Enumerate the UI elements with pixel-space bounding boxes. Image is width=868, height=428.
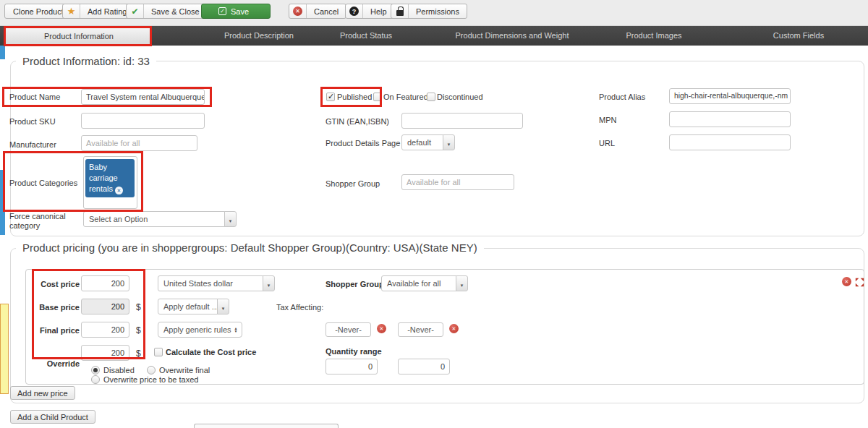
cancel-button[interactable]: Cancel: [289, 4, 346, 19]
product-pricing-legend: Product pricing (you are in shoppergroup…: [16, 241, 484, 254]
base-price-label: Base price: [33, 303, 80, 312]
quantity-max-input[interactable]: 0: [398, 359, 450, 374]
toolbar: Clone Product Add Rating Save & Close Sa…: [0, 0, 868, 26]
remove-tax-rule-1-icon[interactable]: [377, 324, 386, 333]
tax-rule-2-select[interactable]: -Never-: [398, 322, 443, 337]
save-icon: [218, 7, 226, 15]
product-name-input[interactable]: Travel System rental Albuquerque, N: [81, 89, 205, 105]
tab-product-information-label: Product Information: [44, 32, 114, 40]
check-icon: [127, 4, 144, 18]
canonical-category-select[interactable]: Select an Option: [83, 211, 237, 227]
product-sku-label: Product SKU: [9, 117, 56, 126]
on-featured-checkbox[interactable]: [373, 93, 382, 101]
url-label: URL: [599, 139, 615, 147]
remove-price-icon[interactable]: [842, 277, 851, 286]
cost-price-label: Cost price: [33, 280, 80, 288]
final-price-input[interactable]: 200: [81, 322, 129, 338]
product-alias-label: Product Alias: [599, 93, 645, 101]
override-taxed-label: Overwrite price to be taxed: [103, 375, 198, 384]
calculate-cost-checkbox[interactable]: [154, 348, 163, 356]
chevron-down-icon[interactable]: [263, 275, 275, 291]
remove-category-icon[interactable]: [115, 187, 123, 194]
override-disabled-label: Disabled: [103, 366, 135, 374]
tab-product-images[interactable]: Product Images: [626, 26, 681, 46]
category-tag-label: Baby carriage rentals: [89, 163, 118, 193]
details-page-select[interactable]: default: [401, 134, 455, 150]
override-taxed-radio[interactable]: [91, 375, 100, 384]
currency-value: United States dollar: [158, 275, 263, 291]
shopper-group-label: Shopper Group: [326, 179, 380, 188]
pricing-shopper-group-label: Shopper Group: [326, 280, 384, 288]
base-price-input[interactable]: 200: [81, 299, 129, 314]
product-categories-label: Product Categories: [9, 179, 77, 187]
gtin-input[interactable]: [401, 113, 523, 129]
tab-product-description[interactable]: Product Description: [224, 26, 294, 46]
currency-select[interactable]: United States dollar: [158, 275, 275, 291]
override-price-input[interactable]: 200: [81, 345, 129, 361]
discontinued-label: Discontinued: [437, 93, 483, 101]
save-label: Save: [226, 7, 253, 16]
apply-generic-rules-select[interactable]: Apply generic rules: [158, 322, 242, 338]
canonical-category-value: Select an Option: [83, 211, 225, 227]
tab-product-status[interactable]: Product Status: [340, 26, 392, 46]
apply-default-select[interactable]: Apply default ...: [158, 299, 229, 314]
chevron-down-icon[interactable]: [456, 275, 468, 291]
expand-icon[interactable]: [855, 277, 864, 286]
cancel-icon: [289, 4, 307, 18]
apply-generic-rules-value: Apply generic rules: [163, 325, 231, 334]
cancel-label: Cancel: [307, 7, 346, 16]
manufacturer-label: Manufacturer: [9, 140, 56, 149]
clone-product-label: Clone Product: [5, 7, 72, 16]
permissions-button[interactable]: Permissions: [391, 4, 467, 19]
published-label: Published: [337, 93, 372, 101]
tab-custom-fields[interactable]: Custom Fields: [773, 26, 824, 46]
tab-product-information[interactable]: Product Information: [6, 26, 152, 46]
tax-affecting-label: Tax Affecting:: [276, 303, 323, 312]
background-strip-blue-middle: [0, 170, 5, 235]
help-button[interactable]: Help: [345, 4, 395, 19]
quantity-range-label: Quantity range: [326, 347, 382, 356]
product-information-legend: Product Information: id: 33: [16, 55, 156, 67]
star-icon: [63, 4, 80, 18]
product-sku-input[interactable]: [81, 113, 205, 129]
add-new-price-button[interactable]: Add new price: [10, 386, 75, 400]
cost-price-input[interactable]: 200: [81, 275, 129, 291]
tax-rule-1-select[interactable]: -Never-: [326, 322, 371, 337]
shopper-group-input[interactable]: Available for all: [401, 174, 514, 190]
add-rating-button[interactable]: Add Rating: [62, 4, 135, 19]
category-tag: Baby carriage rentals: [85, 159, 135, 197]
lock-icon: [391, 4, 409, 18]
final-currency-symbol: $: [136, 325, 141, 335]
details-page-label: Product Details Page: [326, 139, 400, 147]
calculate-cost-label: Calculate the Cost price: [166, 348, 256, 356]
partial-bottom-box: [194, 424, 339, 428]
pricing-shopper-group-select[interactable]: Available for all: [381, 275, 468, 291]
chevron-down-icon[interactable]: [443, 134, 455, 150]
background-strip-yellow: [0, 304, 9, 394]
discontinued-checkbox[interactable]: [427, 93, 435, 101]
mpn-input[interactable]: [669, 111, 791, 127]
add-child-product-button[interactable]: Add a Child Product: [10, 410, 95, 424]
remove-tax-rule-2-icon[interactable]: [449, 324, 459, 333]
base-currency-symbol: $: [136, 302, 141, 312]
sort-arrows-icon: [234, 327, 238, 333]
override-final-label: Overwrite final: [159, 366, 210, 374]
product-alias-input[interactable]: high-chair-rental-albuquerque,-nm: [669, 88, 791, 104]
save-button[interactable]: Save: [201, 4, 271, 19]
background-strip-blue-top: [0, 46, 5, 59]
manufacturer-input[interactable]: Available for all: [81, 135, 197, 151]
details-page-value: default: [401, 134, 443, 150]
final-price-label: Final price: [33, 326, 80, 335]
override-disabled-radio[interactable]: [91, 366, 100, 374]
gtin-label: GTIN (EAN,ISBN): [326, 117, 389, 126]
virtuemart-product-edit-page: Clone Product Add Rating Save & Close Sa…: [0, 0, 868, 428]
chevron-down-icon[interactable]: [217, 299, 229, 314]
mpn-label: MPN: [599, 116, 616, 124]
published-checkbox[interactable]: [326, 93, 335, 101]
url-input[interactable]: [669, 134, 791, 150]
chevron-down-icon[interactable]: [224, 211, 237, 227]
tab-product-dimensions[interactable]: Product Dimensions and Weight: [456, 26, 569, 46]
override-final-radio[interactable]: [147, 366, 156, 374]
quantity-min-input[interactable]: 0: [326, 359, 378, 374]
save-close-button[interactable]: Save & Close: [126, 4, 208, 19]
